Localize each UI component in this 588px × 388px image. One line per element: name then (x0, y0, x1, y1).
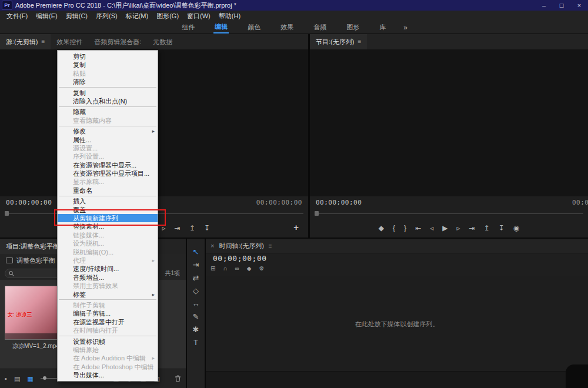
context-menu-item[interactable]: 显示原稿... (58, 178, 158, 186)
context-menu-item[interactable]: 重命名 (58, 186, 158, 195)
panel-menu-icon[interactable]: ≡ (269, 243, 272, 249)
menu-item-label: 显示原稿... (73, 178, 104, 185)
context-menu-item[interactable]: 属性... (58, 136, 158, 144)
add-marker-icon[interactable]: ◆ (247, 266, 252, 272)
panel-tab[interactable]: 源:(无剪辑)≡ (0, 34, 51, 49)
timeline-settings-icon[interactable]: ⚙ (259, 266, 264, 272)
panel-menu-icon[interactable]: ≡ (358, 34, 361, 49)
menubar-item[interactable]: 编辑(E) (32, 11, 62, 21)
program-scrubber[interactable] (315, 210, 583, 216)
context-menu-item[interactable]: 脱机编辑(O)... (58, 248, 158, 256)
menubar-item[interactable]: 文件(F) (2, 11, 32, 21)
delete-icon[interactable] (175, 375, 181, 382)
context-menu-item[interactable]: 标签▸ (58, 290, 158, 299)
tab-timeline[interactable]: 时间轴:(无序列) (219, 242, 263, 250)
timeline-track-area[interactable]: 在此处放下媒体以创建序列。 (206, 276, 588, 372)
context-menu-item[interactable]: 在 Adobe Photoshop 中编辑 (58, 363, 158, 371)
context-menu-item[interactable]: 编辑原始 (58, 346, 158, 354)
context-menu-item[interactable]: 音频增益... (58, 273, 158, 282)
context-menu-item[interactable]: 设为脱机... (58, 239, 158, 247)
workspace-overflow-icon[interactable]: » (403, 24, 407, 32)
workspace-tab[interactable]: 效果 (279, 22, 295, 33)
menubar-item[interactable]: 帮助(H) (215, 11, 245, 21)
context-menu-item[interactable]: 速度/持续时间... (58, 265, 158, 273)
context-menu-item[interactable]: 制作子剪辑 (58, 301, 158, 309)
program-playhead[interactable] (315, 211, 319, 216)
hand-tool[interactable]: ✱ (193, 326, 199, 333)
add-marker-icon[interactable]: ◆ (379, 225, 384, 232)
context-menu-item[interactable]: 禁用主剪辑效果 (58, 282, 158, 290)
context-menu-item[interactable]: 编辑子剪辑... (58, 309, 158, 317)
mark-out-icon[interactable]: } (404, 225, 406, 232)
context-menu-item[interactable]: 在时间轴内打开 (58, 326, 158, 335)
panel-menu-icon[interactable]: ≡ (41, 34, 45, 49)
button-editor-add-icon[interactable]: + (293, 222, 299, 232)
selection-tool[interactable]: ↖ (193, 248, 199, 256)
context-menu-item[interactable]: 源设置... (58, 144, 158, 152)
tab-program[interactable]: 节目:(无序列) ≡ (310, 34, 367, 49)
menubar-item[interactable]: 序列(S) (92, 11, 122, 21)
context-menu-item[interactable]: 序列设置... (58, 152, 158, 160)
mark-in-icon[interactable]: { (393, 225, 395, 232)
context-menu-item[interactable]: 在 Adobe Audition 中编辑▸ (58, 354, 158, 362)
maximize-button[interactable]: □ (553, 0, 570, 11)
context-menu-item[interactable]: 在资源管理器中显示项目... (58, 169, 158, 178)
nest-toggle-icon[interactable]: ⊞ (211, 266, 215, 272)
step-forward-icon[interactable]: ▹ (456, 225, 460, 232)
context-menu-item[interactable]: 在资源管理器中显示... (58, 161, 158, 169)
context-menu-item[interactable]: 在源监视器中打开 (58, 318, 158, 326)
context-menu-item[interactable]: 导出媒体... (58, 371, 158, 379)
slip-tool[interactable]: ↔ (192, 300, 200, 307)
context-menu-item[interactable]: 复制 (58, 89, 158, 97)
step-back-icon[interactable]: ◃ (430, 225, 433, 232)
panel-close-icon[interactable]: × (211, 242, 214, 249)
context-menu-item[interactable]: 修改▸ (58, 127, 158, 135)
close-button[interactable]: × (570, 0, 588, 11)
menubar-item[interactable]: 标记(M) (122, 11, 153, 21)
context-menu-item[interactable]: 粘贴 (58, 69, 158, 78)
workspace-tab[interactable]: 编辑 (213, 21, 229, 34)
insert-icon[interactable]: ↥ (189, 225, 195, 232)
play-icon[interactable]: ▶ (442, 225, 447, 232)
context-menu-item[interactable]: 设置标识帧 (58, 337, 158, 346)
context-menu-item[interactable]: 复制 (58, 61, 158, 69)
workspace-tab[interactable]: 库 (378, 22, 387, 33)
export-frame-icon[interactable]: ◉ (513, 225, 519, 232)
workspace-tab[interactable]: 音频 (312, 22, 328, 33)
menubar-item[interactable]: 剪辑(C) (62, 11, 92, 21)
context-menu-item[interactable]: 剪切 (58, 52, 158, 61)
icon-view-icon[interactable]: ▦ (27, 375, 33, 383)
project-writable-icon[interactable]: ▪ (5, 375, 7, 382)
workspace-tab[interactable]: 颜色 (246, 22, 262, 33)
go-to-in-icon[interactable]: ⇤ (415, 225, 421, 232)
panel-tab[interactable]: 元数据 (147, 34, 178, 49)
context-menu-item[interactable]: 清除入点和出点(N) (58, 97, 158, 105)
pen-tool[interactable]: ✎ (193, 313, 199, 320)
lift-icon[interactable]: ↥ (484, 225, 490, 232)
overwrite-icon[interactable]: ↧ (204, 225, 210, 232)
panel-tab[interactable]: 效果控件 (51, 34, 88, 49)
panel-tab[interactable]: 音频剪辑混合器: (88, 34, 147, 49)
context-menu-item[interactable]: 插入 (58, 197, 158, 205)
track-select-forward-tool[interactable]: ⇥ (193, 261, 199, 269)
menubar-item[interactable]: 窗口(W) (183, 11, 215, 21)
type-tool[interactable]: T (193, 339, 198, 346)
workspace-tab[interactable]: 组件 (181, 22, 196, 33)
minimize-button[interactable]: – (535, 0, 553, 11)
go-to-out-icon[interactable]: ⇥ (469, 225, 475, 232)
linked-selection-icon[interactable]: ∞ (235, 266, 239, 272)
snap-icon[interactable]: ∩ (223, 266, 227, 272)
extract-icon[interactable]: ↧ (499, 225, 505, 232)
menubar-item[interactable]: 图形(G) (152, 11, 183, 21)
context-menu-item[interactable]: 查看隐藏内容 (58, 116, 158, 125)
context-menu-item[interactable]: 代理▸ (58, 256, 158, 265)
context-menu-item[interactable]: 链接媒体... (58, 231, 158, 239)
context-menu-item[interactable]: 清除 (58, 78, 158, 86)
source-playhead[interactable] (5, 211, 9, 216)
list-view-icon[interactable]: ▤ (14, 375, 20, 383)
go-to-out-icon[interactable]: ⇥ (175, 225, 181, 232)
context-menu-item[interactable]: 隐藏 (58, 108, 158, 116)
razor-tool[interactable]: ◇ (193, 287, 199, 295)
workspace-tab[interactable]: 图形 (345, 22, 360, 33)
ripple-edit-tool[interactable]: ⇄ (193, 274, 199, 282)
